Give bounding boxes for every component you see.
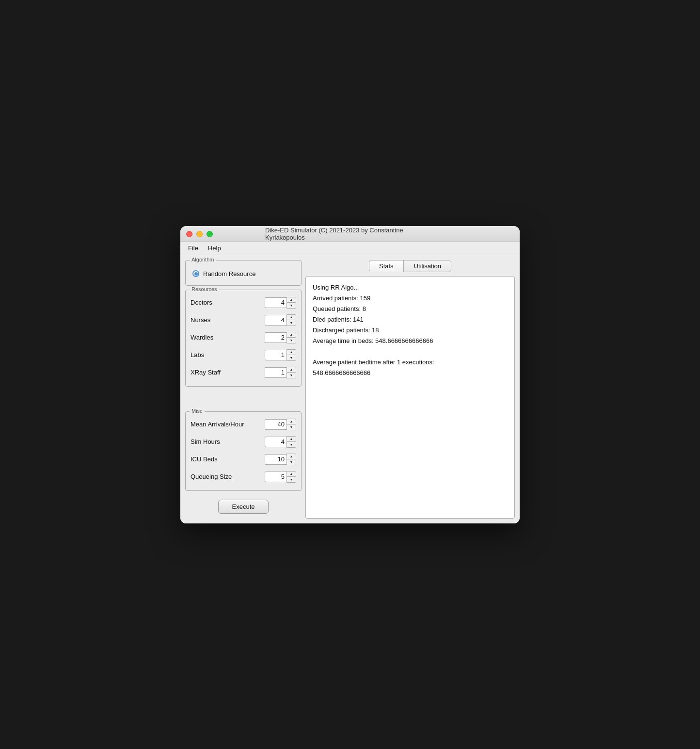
radio-rr[interactable] <box>192 270 199 277</box>
output-area: Using RR Algo... Arrived patients: 159 Q… <box>305 276 515 519</box>
resource-doctors-label: Doctors <box>191 299 265 306</box>
tab-stats[interactable]: Stats <box>369 260 404 272</box>
misc-mean-arrivals-row: Mean Arrivals/Hour ▲ ▼ <box>191 416 296 433</box>
algorithm-group-label: Algorithm <box>190 257 216 262</box>
algorithm-group: Algorithm Random Resource <box>185 260 302 286</box>
resource-xray-row: XRay Staff ▲ ▼ <box>191 364 296 381</box>
resource-nurses-row: Nurses ▲ ▼ <box>191 311 296 329</box>
misc-queueing-size-label: Queueing Size <box>191 473 265 480</box>
misc-icu-beds-down[interactable]: ▼ <box>287 459 296 465</box>
resource-wardies-row: Wardies ▲ ▼ <box>191 329 296 346</box>
resource-nurses-down[interactable]: ▼ <box>287 320 296 326</box>
resource-nurses-spinner: ▲ ▼ <box>265 314 296 326</box>
title-bar: Dike-ED Simulator (C) 2021-2023 by Const… <box>180 226 520 242</box>
resource-xray-label: XRay Staff <box>191 369 265 376</box>
misc-sim-hours-label: Sim Hours <box>191 438 265 445</box>
resource-labs-down[interactable]: ▼ <box>287 355 296 360</box>
content-area: Algorithm Random Resource Resources Doct… <box>180 255 520 523</box>
app-window: Dike-ED Simulator (C) 2021-2023 by Const… <box>180 226 520 523</box>
misc-queueing-size-spinner: ▲ ▼ <box>265 471 296 483</box>
resource-nurses-label: Nurses <box>191 316 265 324</box>
misc-icu-beds-up[interactable]: ▲ <box>287 454 296 459</box>
resource-labs-up[interactable]: ▲ <box>287 350 296 355</box>
resource-doctors-up[interactable]: ▲ <box>287 297 296 303</box>
resource-xray-down[interactable]: ▼ <box>287 373 296 378</box>
resource-nurses-buttons: ▲ ▼ <box>286 314 296 326</box>
misc-queueing-size-row: Queueing Size ▲ ▼ <box>191 468 296 486</box>
tabs-bar: Stats Utilisation <box>305 260 515 272</box>
misc-icu-beds-buttons: ▲ ▼ <box>286 454 296 465</box>
resource-wardies-input[interactable] <box>265 332 286 343</box>
right-panel: Stats Utilisation Using RR Algo... Arriv… <box>305 260 515 519</box>
resources-group-label: Resources <box>190 286 219 292</box>
misc-sim-hours-spinner: ▲ ▼ <box>265 436 296 448</box>
resource-wardies-down[interactable]: ▼ <box>287 338 296 343</box>
resource-xray-input[interactable] <box>265 367 286 378</box>
resource-doctors-row: Doctors ▲ ▼ <box>191 294 296 311</box>
radio-rr-label: Random Resource <box>203 270 255 277</box>
resource-nurses-input[interactable] <box>265 315 286 326</box>
maximize-button[interactable] <box>207 231 213 237</box>
misc-queueing-size-input[interactable] <box>265 472 286 482</box>
misc-group-label: Misc <box>190 408 205 414</box>
misc-mean-arrivals-label: Mean Arrivals/Hour <box>191 421 265 428</box>
resource-labs-row: Labs ▲ ▼ <box>191 346 296 364</box>
window-title: Dike-ED Simulator (C) 2021-2023 by Const… <box>265 227 435 241</box>
minimize-button[interactable] <box>196 231 203 237</box>
misc-sim-hours-row: Sim Hours ▲ ▼ <box>191 433 296 451</box>
resource-wardies-up[interactable]: ▲ <box>287 332 296 338</box>
misc-sim-hours-input[interactable] <box>265 437 286 447</box>
misc-mean-arrivals-buttons: ▲ ▼ <box>286 419 296 430</box>
misc-sim-hours-down[interactable]: ▼ <box>287 442 296 447</box>
misc-icu-beds-input[interactable] <box>265 454 286 465</box>
resource-wardies-spinner: ▲ ▼ <box>265 332 296 343</box>
misc-mean-arrivals-down[interactable]: ▼ <box>287 424 296 430</box>
execute-button[interactable]: Execute <box>218 500 269 514</box>
misc-queueing-size-up[interactable]: ▲ <box>287 472 296 477</box>
resource-doctors-down[interactable]: ▼ <box>287 303 296 308</box>
menu-bar: File Help <box>180 242 520 255</box>
resource-xray-buttons: ▲ ▼ <box>286 367 296 378</box>
left-panel: Algorithm Random Resource Resources Doct… <box>185 260 302 519</box>
resource-wardies-label: Wardies <box>191 334 265 341</box>
resource-doctors-buttons: ▲ ▼ <box>286 297 296 309</box>
misc-icu-beds-label: ICU Beds <box>191 456 265 463</box>
execute-section: Execute <box>185 495 302 519</box>
close-button[interactable] <box>186 231 192 237</box>
misc-queueing-size-buttons: ▲ ▼ <box>286 471 296 483</box>
resource-xray-spinner: ▲ ▼ <box>265 367 296 378</box>
misc-sim-hours-up[interactable]: ▲ <box>287 437 296 442</box>
resource-xray-up[interactable]: ▲ <box>287 367 296 373</box>
resource-nurses-up[interactable]: ▲ <box>287 315 296 320</box>
resource-labs-label: Labs <box>191 351 265 358</box>
misc-mean-arrivals-up[interactable]: ▲ <box>287 419 296 424</box>
tab-utilisation[interactable]: Utilisation <box>404 260 451 272</box>
misc-sim-hours-buttons: ▲ ▼ <box>286 436 296 448</box>
misc-group: Misc Mean Arrivals/Hour ▲ ▼ Sim Hours <box>185 411 302 491</box>
resource-labs-spinner: ▲ ▼ <box>265 349 296 361</box>
misc-queueing-size-down[interactable]: ▼ <box>287 477 296 482</box>
misc-mean-arrivals-input[interactable] <box>265 419 286 430</box>
resource-doctors-input[interactable] <box>265 297 286 308</box>
misc-icu-beds-row: ICU Beds ▲ ▼ <box>191 451 296 468</box>
misc-icu-beds-spinner: ▲ ▼ <box>265 454 296 465</box>
misc-mean-arrivals-spinner: ▲ ▼ <box>265 419 296 430</box>
traffic-lights <box>186 231 213 237</box>
resource-doctors-spinner: ▲ ▼ <box>265 297 296 309</box>
menu-help[interactable]: Help <box>204 244 225 253</box>
algorithm-rr-option[interactable]: Random Resource <box>191 267 296 280</box>
resource-wardies-buttons: ▲ ▼ <box>286 332 296 343</box>
menu-file[interactable]: File <box>184 244 202 253</box>
resources-group: Resources Doctors ▲ ▼ Nurses <box>185 290 302 387</box>
resource-labs-buttons: ▲ ▼ <box>286 349 296 361</box>
resource-labs-input[interactable] <box>265 350 286 360</box>
